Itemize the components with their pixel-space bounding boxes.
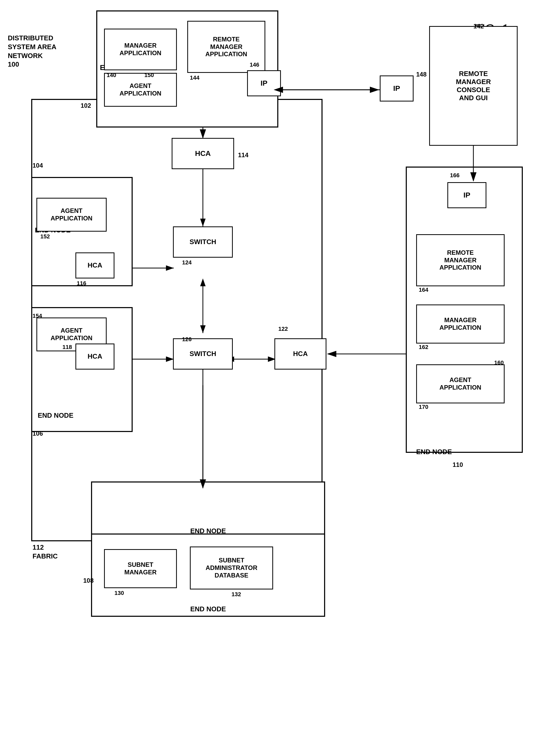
ref-148: 148 xyxy=(416,70,427,78)
ip-top: IP xyxy=(247,70,281,96)
ref-146: 146 xyxy=(250,61,259,69)
ref-110: 110 xyxy=(453,461,463,469)
ref-160: 160 xyxy=(494,359,504,367)
ref-108: 108 xyxy=(83,576,94,584)
end-node-bot-outer: END NODE xyxy=(91,481,325,539)
remote-manager-console: REMOTEMANAGERCONSOLEAND GUI xyxy=(429,26,518,146)
fabric-label: 112FABRIC xyxy=(33,543,58,561)
ip-right: IP xyxy=(380,76,414,101)
hca-mid-right: HCA xyxy=(274,338,326,369)
ref-154: 154 xyxy=(33,312,42,320)
ref-126: 126 xyxy=(182,336,192,343)
end-node-bot-inner-label: END NODE xyxy=(190,605,226,613)
manager-app-right: MANAGERAPPLICATION xyxy=(416,304,505,344)
hca-left-bot: HCA xyxy=(76,344,114,369)
ip-right-inner: IP xyxy=(448,182,486,208)
ref-162: 162 xyxy=(419,344,428,351)
diagram: FIG. 1 DISTRIBUTED SYSTEM AREA NETWORK 1… xyxy=(0,0,560,743)
ref-122: 122 xyxy=(278,325,288,333)
ref-102: 102 xyxy=(81,101,91,110)
ref-142: 142 xyxy=(473,22,484,30)
ref-144: 144 xyxy=(190,74,199,82)
ref-124: 124 xyxy=(182,259,192,266)
end-node-right-label: END NODE xyxy=(416,448,452,456)
subnet-manager: SUBNETMANAGER xyxy=(104,549,177,588)
agent-app-right: AGENTAPPLICATION xyxy=(416,364,505,403)
switch-top: SWITCH xyxy=(173,226,233,258)
hca-left-top: HCA xyxy=(76,253,114,278)
ref-104: 104 xyxy=(33,161,43,169)
agent-app-left-top: AGENTAPPLICATION xyxy=(36,198,107,232)
ref-152: 152 xyxy=(40,233,50,241)
ref-114: 114 xyxy=(238,151,248,159)
ref-140: 140 xyxy=(107,72,116,79)
ref-106: 106 xyxy=(33,429,43,437)
ref-130: 130 xyxy=(114,589,124,597)
network-label: DISTRIBUTED SYSTEM AREA NETWORK 100 xyxy=(8,34,56,69)
ref-164: 164 xyxy=(419,286,428,294)
end-node-left-bot-label: END NODE xyxy=(38,411,73,420)
ref-116: 116 xyxy=(77,280,86,287)
ref-150: 150 xyxy=(144,72,154,79)
ref-132: 132 xyxy=(232,591,241,598)
subnet-admin-db: SUBNETADMINISTRATORDATABASE xyxy=(190,547,273,589)
manager-app-top: MANAGERAPPLICATION xyxy=(104,29,177,70)
ref-166: 166 xyxy=(450,172,460,179)
hca-top: HCA xyxy=(172,138,234,169)
ref-170: 170 xyxy=(419,403,428,411)
remote-manager-app-right: REMOTEMANAGERAPPLICATION xyxy=(416,234,505,286)
ref-118: 118 xyxy=(62,344,72,351)
